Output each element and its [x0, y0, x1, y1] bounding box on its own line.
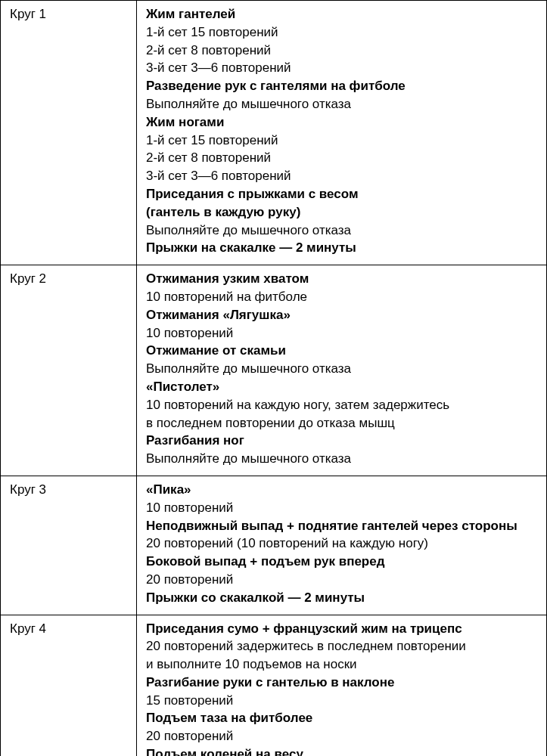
- round-content: «Пика»10 повторенийНеподвижный выпад + п…: [137, 476, 547, 615]
- exercise-name: Прыжки со скакалкой — 2 минуты: [146, 589, 539, 607]
- exercise-name: Жим ногами: [146, 113, 539, 132]
- exercise-detail: 10 повторений: [146, 499, 539, 517]
- exercise-name: Неподвижный выпад + поднятие гантелей че…: [146, 517, 539, 535]
- exercise-name: Отжимания узким хватом: [146, 270, 539, 288]
- exercise-detail: 2-й сет 8 повторений: [146, 42, 539, 60]
- table-row: Круг 4Приседания сумо + французский жим …: [1, 615, 547, 756]
- table-row: Круг 3«Пика»10 повторенийНеподвижный вып…: [1, 476, 547, 615]
- exercise-detail: 1-й сет 15 повторений: [146, 23, 539, 42]
- exercise-detail: и выполните 10 подъемов на носки: [146, 655, 539, 674]
- round-label: Круг 3: [1, 476, 137, 615]
- exercise-detail: в последнем повторении до отказа мышц: [146, 414, 539, 432]
- exercise-detail: 10 повторений на каждую ногу, затем заде…: [146, 396, 539, 414]
- exercise-name: Отжимания «Лягушка»: [146, 306, 539, 324]
- exercise-name: Боковой выпад + подъем рук вперед: [146, 553, 539, 571]
- exercise-detail: 20 повторений: [146, 727, 539, 745]
- workout-rows: Круг 1Жим гантелей1-й сет 15 повторений2…: [1, 1, 547, 757]
- exercise-detail: 20 повторений: [146, 571, 539, 589]
- exercise-detail: 20 повторений (10 повторений на каждую н…: [146, 534, 539, 553]
- exercise-name: Жим гантелей: [146, 5, 539, 23]
- exercise-detail: Выполняйте до мышечного отказа: [146, 360, 539, 378]
- round-content: Приседания сумо + французский жим на три…: [137, 615, 547, 756]
- table-row: Круг 2Отжимания узким хватом10 повторени…: [1, 265, 547, 476]
- exercise-detail: Выполняйте до мышечного отказа: [146, 95, 539, 113]
- exercise-detail: 1-й сет 15 повторений: [146, 132, 539, 150]
- exercise-name: Прыжки на скакалке — 2 минуты: [146, 239, 539, 257]
- exercise-name: Отжимание от скамьи: [146, 342, 539, 360]
- exercise-detail: Выполняйте до мышечного отказа: [146, 222, 539, 240]
- exercise-name: «Пика»: [146, 481, 539, 499]
- round-label: Круг 2: [1, 265, 137, 476]
- table-row: Круг 1Жим гантелей1-й сет 15 повторений2…: [1, 1, 547, 265]
- workout-table: Круг 1Жим гантелей1-й сет 15 повторений2…: [0, 0, 547, 756]
- exercise-detail: 3-й сет 3—6 повторений: [146, 59, 539, 77]
- exercise-name: Подъем коленей на весу: [146, 745, 539, 756]
- exercise-name: «Пистолет»: [146, 378, 539, 396]
- exercise-name: Разгибание руки с гантелью в наклоне: [146, 674, 539, 692]
- exercise-name: Разгибания ног: [146, 432, 539, 450]
- round-label: Круг 4: [1, 615, 137, 756]
- exercise-name: (гантель в каждую руку): [146, 203, 539, 222]
- round-content: Жим гантелей1-й сет 15 повторений2-й сет…: [137, 1, 547, 265]
- exercise-detail: 2-й сет 8 повторений: [146, 149, 539, 167]
- exercise-detail: Выполняйте до мышечного отказа: [146, 450, 539, 468]
- exercise-detail: 10 повторений: [146, 324, 539, 342]
- round-content: Отжимания узким хватом10 повторений на ф…: [137, 265, 547, 476]
- exercise-detail: 15 повторений: [146, 692, 539, 710]
- exercise-name: Разведение рук с гантелями на фитболе: [146, 77, 539, 95]
- exercise-name: Приседания сумо + французский жим на три…: [146, 620, 539, 638]
- exercise-name: Подъем таза на фитболее: [146, 709, 539, 727]
- exercise-detail: 10 повторений на фитболе: [146, 288, 539, 306]
- exercise-detail: 20 повторений задержитесь в последнем по…: [146, 637, 539, 655]
- exercise-detail: 3-й сет 3—6 повторений: [146, 167, 539, 185]
- exercise-name: Приседания с прыжками с весом: [146, 185, 539, 203]
- round-label: Круг 1: [1, 1, 137, 265]
